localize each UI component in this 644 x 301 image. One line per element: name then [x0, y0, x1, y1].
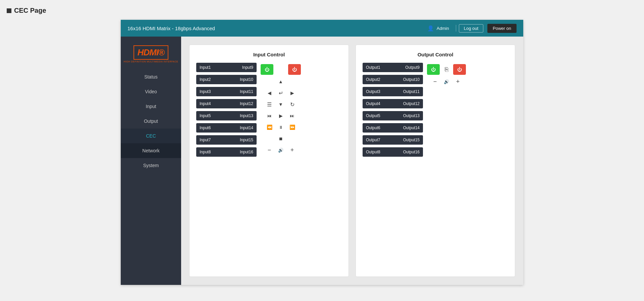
output-control-panel: Output Control Output1 Output9 Output2 O… [356, 45, 515, 277]
main-content: Input Control Input1 Input9 Input2 Input… [181, 37, 523, 285]
output-power-off-btn[interactable] [453, 64, 466, 75]
input-vol-plus-btn[interactable] [287, 145, 297, 155]
input-btn-5-13[interactable]: Input5 Input13 [196, 111, 257, 120]
input-prev-btn[interactable] [265, 111, 274, 120]
input-volume-icon-btn[interactable] [276, 145, 285, 155]
input-transport-row1 [265, 111, 297, 120]
enter-icon [279, 90, 283, 96]
input-controls-col [261, 63, 301, 157]
output-volume-row [430, 77, 463, 86]
input-enter-btn[interactable] [276, 88, 285, 98]
input-pause-btn[interactable] [276, 122, 285, 132]
sidebar-item-network[interactable]: Network [121, 143, 181, 158]
app-header: 16x16 HDMI Matrix - 18gbps Advanced 👤 Ad… [121, 20, 523, 37]
input-btn-7-15[interactable]: Input7 Input15 [196, 135, 257, 145]
page-title-area: CEC Page [7, 7, 637, 14]
output-btn-7-15[interactable]: Output7 Output15 [363, 135, 423, 145]
sidebar-item-output[interactable]: Output [121, 114, 181, 129]
pause-icon [279, 124, 283, 130]
input-left-btn[interactable] [265, 88, 274, 98]
menu-icon [267, 101, 272, 108]
input-fwd-btn[interactable] [287, 122, 297, 132]
header-title: 16x16 HDMI Matrix - 18gbps Advanced [127, 26, 427, 31]
header-user-area: 👤 Admin [427, 25, 449, 32]
power-on-button[interactable]: Power on [487, 24, 517, 33]
input-power-off-btn[interactable] [288, 64, 301, 75]
output-power-on-icon [431, 67, 436, 72]
input-stop-btn[interactable] [276, 134, 285, 143]
output-plus-icon [456, 78, 460, 85]
input-power-row [261, 64, 301, 75]
input-panel-body: Input1 Input9 Input2 Input10 Input3 Inpu… [196, 63, 342, 157]
output-btn-4-12[interactable]: Output4 Output12 [363, 99, 423, 108]
output-power-row: ⎘ [427, 64, 466, 75]
sidebar-item-input[interactable]: Input [121, 99, 181, 114]
stop-icon [279, 136, 283, 141]
input-volume-row [265, 145, 297, 155]
output-minus-icon [433, 78, 437, 85]
app-container: 16x16 HDMI Matrix - 18gbps Advanced 👤 Ad… [121, 20, 523, 285]
prev-icon [267, 113, 272, 118]
input-refresh-btn[interactable] [287, 100, 297, 109]
user-icon: 👤 [427, 25, 434, 32]
input-btn-4-12[interactable]: Input4 Input12 [196, 99, 257, 108]
output-volume-icon-btn[interactable] [442, 77, 451, 86]
input-transport-row2 [265, 122, 297, 132]
output-volume-icon [444, 79, 449, 84]
output-input-switch-btn[interactable]: ⎘ [442, 65, 451, 74]
input-rew-btn[interactable] [265, 122, 274, 132]
output-controls-col: ⎘ [427, 63, 466, 157]
arrow-down-icon [278, 102, 283, 107]
next-icon [290, 113, 294, 118]
logout-button[interactable]: Log out [459, 24, 483, 33]
output-btn-6-14[interactable]: Output6 Output14 [363, 123, 423, 133]
input-down-btn[interactable] [276, 100, 285, 109]
input-btn-2-10[interactable]: Input2 Input10 [196, 75, 257, 84]
refresh-icon [290, 101, 294, 108]
output-power-off-icon [457, 67, 462, 72]
output-buttons-col: Output1 Output9 Output2 Output10 Output3… [363, 63, 423, 157]
minus-icon [268, 147, 271, 154]
input-control-panel: Input Control Input1 Input9 Input2 Input… [189, 45, 349, 277]
input-btn-8-16[interactable]: Input8 Input16 [196, 147, 257, 157]
output-panel-body: Output1 Output9 Output2 Output10 Output3… [363, 63, 508, 157]
input-power-on-btn[interactable] [261, 64, 273, 75]
page-title-icon [7, 8, 11, 13]
sidebar-item-status[interactable]: Status [121, 69, 181, 84]
output-btn-1-9[interactable]: Output1 Output9 [363, 63, 423, 72]
output-vol-minus-btn[interactable] [430, 77, 440, 86]
output-panel-title: Output Control [363, 52, 508, 57]
input-play-btn[interactable] [276, 111, 285, 120]
output-vol-plus-btn[interactable] [453, 77, 463, 86]
arrow-left-icon [268, 90, 271, 96]
input-panel-title: Input Control [196, 52, 342, 57]
output-btn-2-10[interactable]: Output2 Output10 [363, 75, 423, 84]
sidebar: HDMI® HIGH DEFINITION MULTIMEDIA INTERFA… [121, 37, 181, 285]
output-power-on-btn[interactable] [427, 64, 440, 75]
volume-icon [278, 147, 283, 153]
sidebar-item-system[interactable]: System [121, 158, 181, 173]
page-title: CEC Page [14, 7, 46, 14]
input-vol-minus-btn[interactable] [265, 145, 274, 155]
arrow-up-icon [278, 79, 283, 84]
output-btn-5-13[interactable]: Output5 Output13 [363, 111, 423, 120]
arrow-right-icon [290, 90, 294, 96]
input-btn-3-11[interactable]: Input3 Input11 [196, 87, 257, 96]
input-next-btn[interactable] [287, 111, 297, 120]
sidebar-item-cec[interactable]: CEC [121, 129, 181, 143]
input-menu-row [265, 100, 297, 109]
header-username: Admin [437, 26, 449, 31]
input-right-btn[interactable] [287, 88, 297, 98]
sidebar-item-video[interactable]: Video [121, 84, 181, 99]
output-btn-3-11[interactable]: Output3 Output11 [363, 87, 423, 96]
hdmi-logo: HDMI® [133, 45, 169, 60]
input-btn-1-9[interactable]: Input1 Input9 [196, 63, 257, 72]
play-icon [279, 113, 283, 118]
input-up-btn[interactable] [276, 77, 285, 86]
logo-area: HDMI® HIGH DEFINITION MULTIMEDIA INTERFA… [124, 40, 178, 69]
hdmi-sub: HIGH DEFINITION MULTIMEDIA INTERFACE [124, 60, 178, 63]
output-btn-8-16[interactable]: Output8 Output16 [363, 147, 423, 157]
input-menu-btn[interactable] [265, 100, 274, 109]
plus-icon [290, 147, 294, 154]
input-btn-6-14[interactable]: Input6 Input14 [196, 123, 257, 133]
